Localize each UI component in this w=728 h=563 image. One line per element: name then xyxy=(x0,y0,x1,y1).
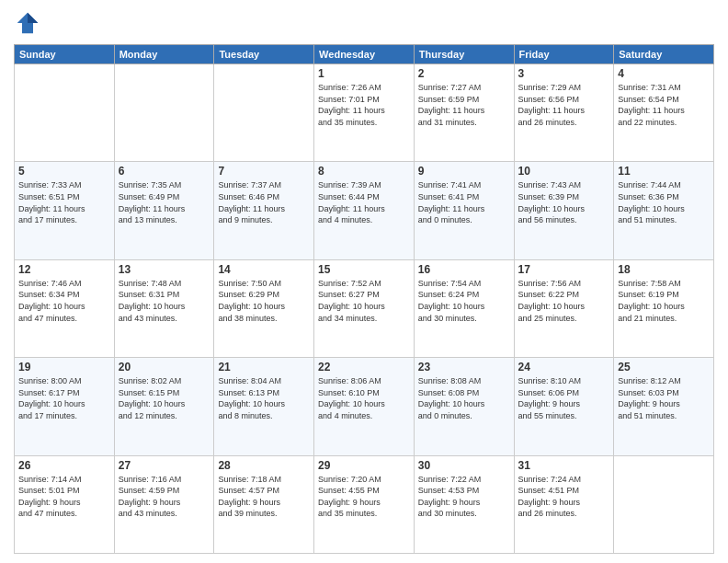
day-info: Sunrise: 7:44 AM Sunset: 6:36 PM Dayligh… xyxy=(618,179,710,225)
calendar-cell: 7Sunrise: 7:37 AM Sunset: 6:46 PM Daylig… xyxy=(214,162,314,259)
calendar-table: SundayMondayTuesdayWednesdayThursdayFrid… xyxy=(14,44,714,554)
day-info: Sunrise: 8:08 AM Sunset: 6:08 PM Dayligh… xyxy=(418,375,510,421)
day-info: Sunrise: 7:41 AM Sunset: 6:41 PM Dayligh… xyxy=(418,179,510,225)
logo xyxy=(14,9,45,37)
day-number: 5 xyxy=(18,165,110,178)
day-info: Sunrise: 7:29 AM Sunset: 6:56 PM Dayligh… xyxy=(518,82,610,128)
day-info: Sunrise: 7:35 AM Sunset: 6:49 PM Dayligh… xyxy=(119,179,210,225)
day-number: 30 xyxy=(418,459,510,472)
calendar-cell: 16Sunrise: 7:54 AM Sunset: 6:24 PM Dayli… xyxy=(414,259,514,357)
weekday-saturday: Saturday xyxy=(614,45,714,64)
day-number: 24 xyxy=(518,361,610,373)
day-number: 21 xyxy=(218,361,310,373)
calendar-cell: 9Sunrise: 7:41 AM Sunset: 6:41 PM Daylig… xyxy=(414,162,514,259)
calendar-cell: 13Sunrise: 7:48 AM Sunset: 6:31 PM Dayli… xyxy=(114,259,214,357)
calendar-week-2: 12Sunrise: 7:46 AM Sunset: 6:34 PM Dayli… xyxy=(15,259,714,357)
day-number: 31 xyxy=(518,459,610,472)
day-info: Sunrise: 7:14 AM Sunset: 5:01 PM Dayligh… xyxy=(18,474,110,520)
calendar-cell: 14Sunrise: 7:50 AM Sunset: 6:29 PM Dayli… xyxy=(214,259,314,357)
day-info: Sunrise: 8:02 AM Sunset: 6:15 PM Dayligh… xyxy=(119,375,210,421)
day-info: Sunrise: 8:12 AM Sunset: 6:03 PM Dayligh… xyxy=(618,375,710,421)
calendar-cell: 22Sunrise: 8:06 AM Sunset: 6:10 PM Dayli… xyxy=(314,358,415,455)
day-info: Sunrise: 7:18 AM Sunset: 4:57 PM Dayligh… xyxy=(218,474,310,520)
weekday-wednesday: Wednesday xyxy=(314,45,415,64)
day-info: Sunrise: 8:10 AM Sunset: 6:06 PM Dayligh… xyxy=(518,375,610,421)
weekday-sunday: Sunday xyxy=(15,45,115,64)
calendar-week-0: 1Sunrise: 7:26 AM Sunset: 7:01 PM Daylig… xyxy=(15,64,714,162)
calendar-cell: 2Sunrise: 7:27 AM Sunset: 6:59 PM Daylig… xyxy=(414,64,514,162)
calendar-cell: 24Sunrise: 8:10 AM Sunset: 6:06 PM Dayli… xyxy=(514,358,614,455)
header xyxy=(14,9,714,37)
day-info: Sunrise: 7:26 AM Sunset: 7:01 PM Dayligh… xyxy=(318,82,410,128)
calendar-page: SundayMondayTuesdayWednesdayThursdayFrid… xyxy=(0,0,728,563)
day-number: 14 xyxy=(218,263,310,276)
calendar-cell: 23Sunrise: 8:08 AM Sunset: 6:08 PM Dayli… xyxy=(414,358,514,455)
day-info: Sunrise: 7:37 AM Sunset: 6:46 PM Dayligh… xyxy=(218,179,310,225)
calendar-cell: 17Sunrise: 7:56 AM Sunset: 6:22 PM Dayli… xyxy=(514,259,614,357)
day-number: 1 xyxy=(318,67,410,80)
calendar-cell: 31Sunrise: 7:24 AM Sunset: 4:51 PM Dayli… xyxy=(514,455,614,553)
calendar-cell: 1Sunrise: 7:26 AM Sunset: 7:01 PM Daylig… xyxy=(314,64,415,162)
day-info: Sunrise: 7:33 AM Sunset: 6:51 PM Dayligh… xyxy=(18,179,110,225)
day-number: 10 xyxy=(518,165,610,178)
day-info: Sunrise: 7:54 AM Sunset: 6:24 PM Dayligh… xyxy=(418,278,510,324)
weekday-thursday: Thursday xyxy=(414,45,514,64)
day-number: 29 xyxy=(318,459,410,472)
day-number: 27 xyxy=(119,459,210,472)
day-info: Sunrise: 7:22 AM Sunset: 4:53 PM Dayligh… xyxy=(418,474,510,520)
day-number: 12 xyxy=(18,263,110,276)
calendar-cell: 26Sunrise: 7:14 AM Sunset: 5:01 PM Dayli… xyxy=(15,455,115,553)
day-number: 16 xyxy=(418,263,510,276)
day-info: Sunrise: 8:00 AM Sunset: 6:17 PM Dayligh… xyxy=(18,375,110,421)
day-number: 2 xyxy=(418,67,510,80)
day-info: Sunrise: 7:46 AM Sunset: 6:34 PM Dayligh… xyxy=(18,278,110,324)
calendar-cell: 19Sunrise: 8:00 AM Sunset: 6:17 PM Dayli… xyxy=(15,358,115,455)
calendar-cell: 30Sunrise: 7:22 AM Sunset: 4:53 PM Dayli… xyxy=(414,455,514,553)
calendar-cell: 20Sunrise: 8:02 AM Sunset: 6:15 PM Dayli… xyxy=(114,358,214,455)
day-info: Sunrise: 8:04 AM Sunset: 6:13 PM Dayligh… xyxy=(218,375,310,421)
day-info: Sunrise: 7:27 AM Sunset: 6:59 PM Dayligh… xyxy=(418,82,510,128)
calendar-cell: 28Sunrise: 7:18 AM Sunset: 4:57 PM Dayli… xyxy=(214,455,314,553)
day-number: 25 xyxy=(618,361,710,373)
calendar-cell: 8Sunrise: 7:39 AM Sunset: 6:44 PM Daylig… xyxy=(314,162,415,259)
calendar-cell: 11Sunrise: 7:44 AM Sunset: 6:36 PM Dayli… xyxy=(614,162,714,259)
calendar-week-1: 5Sunrise: 7:33 AM Sunset: 6:51 PM Daylig… xyxy=(15,162,714,259)
calendar-cell: 29Sunrise: 7:20 AM Sunset: 4:55 PM Dayli… xyxy=(314,455,415,553)
day-number: 6 xyxy=(119,165,210,178)
day-number: 19 xyxy=(18,361,110,373)
day-info: Sunrise: 7:43 AM Sunset: 6:39 PM Dayligh… xyxy=(518,179,610,225)
logo-icon xyxy=(14,9,41,37)
calendar-week-4: 26Sunrise: 7:14 AM Sunset: 5:01 PM Dayli… xyxy=(15,455,714,553)
day-info: Sunrise: 7:58 AM Sunset: 6:19 PM Dayligh… xyxy=(618,278,710,324)
weekday-friday: Friday xyxy=(514,45,614,64)
day-info: Sunrise: 7:39 AM Sunset: 6:44 PM Dayligh… xyxy=(318,179,410,225)
day-info: Sunrise: 7:24 AM Sunset: 4:51 PM Dayligh… xyxy=(518,474,610,520)
calendar-cell: 18Sunrise: 7:58 AM Sunset: 6:19 PM Dayli… xyxy=(614,259,714,357)
calendar-cell xyxy=(114,64,214,162)
day-number: 15 xyxy=(318,263,410,276)
calendar-cell: 25Sunrise: 8:12 AM Sunset: 6:03 PM Dayli… xyxy=(614,358,714,455)
day-info: Sunrise: 7:50 AM Sunset: 6:29 PM Dayligh… xyxy=(218,278,310,324)
day-number: 4 xyxy=(618,67,710,80)
day-number: 23 xyxy=(418,361,510,373)
weekday-tuesday: Tuesday xyxy=(214,45,314,64)
day-info: Sunrise: 7:56 AM Sunset: 6:22 PM Dayligh… xyxy=(518,278,610,324)
svg-marker-1 xyxy=(28,13,38,23)
calendar-cell xyxy=(214,64,314,162)
weekday-header-row: SundayMondayTuesdayWednesdayThursdayFrid… xyxy=(15,45,714,64)
calendar-week-3: 19Sunrise: 8:00 AM Sunset: 6:17 PM Dayli… xyxy=(15,358,714,455)
weekday-monday: Monday xyxy=(114,45,214,64)
day-number: 18 xyxy=(618,263,710,276)
calendar-cell: 10Sunrise: 7:43 AM Sunset: 6:39 PM Dayli… xyxy=(514,162,614,259)
day-info: Sunrise: 8:06 AM Sunset: 6:10 PM Dayligh… xyxy=(318,375,410,421)
calendar-cell: 3Sunrise: 7:29 AM Sunset: 6:56 PM Daylig… xyxy=(514,64,614,162)
day-number: 11 xyxy=(618,165,710,178)
day-number: 3 xyxy=(518,67,610,80)
day-info: Sunrise: 7:16 AM Sunset: 4:59 PM Dayligh… xyxy=(119,474,210,520)
day-number: 13 xyxy=(119,263,210,276)
day-number: 8 xyxy=(318,165,410,178)
calendar-cell: 6Sunrise: 7:35 AM Sunset: 6:49 PM Daylig… xyxy=(114,162,214,259)
calendar-cell: 21Sunrise: 8:04 AM Sunset: 6:13 PM Dayli… xyxy=(214,358,314,455)
day-info: Sunrise: 7:48 AM Sunset: 6:31 PM Dayligh… xyxy=(119,278,210,324)
day-number: 7 xyxy=(218,165,310,178)
